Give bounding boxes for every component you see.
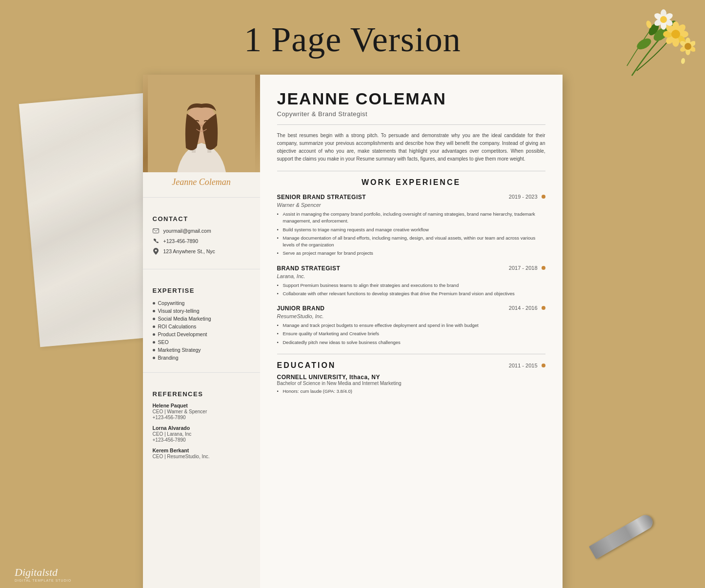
expertise-list: Copywriting Visual story-telling Social …	[153, 299, 250, 362]
job-bullets: Manage and track project budgets to ensu…	[277, 322, 545, 346]
bullet-icon	[153, 302, 155, 304]
date-dot-icon	[542, 266, 545, 270]
work-experience-heading: WORK EXPERIENCE	[277, 178, 545, 187]
date-dot-icon	[542, 195, 545, 199]
watermark-subtitle: DIGITAL TEMPLATE STUDIO	[15, 579, 71, 582]
ref-phone: +123-456-7890	[153, 437, 250, 443]
ref-role: CEO | Warner & Spencer	[153, 409, 250, 414]
education-dates: 2011 - 2015	[509, 363, 545, 368]
candidate-name: JEANNE COLEMAN	[277, 89, 545, 108]
education-degree: Bachelor of Science in New Media and Int…	[277, 381, 545, 386]
date-dot-icon	[542, 364, 545, 367]
reference-item: Lorna Alvarado CEO | Larana, Inc +123-45…	[153, 425, 250, 443]
divider-education	[277, 354, 545, 354]
address-value: 123 Anywhere St., Nyc	[163, 248, 215, 254]
ref-phone: +123-456-7890	[153, 415, 250, 420]
resume-right-panel: JEANNE COLEMAN Copywriter & Brand Strate…	[260, 75, 563, 588]
ref-name: Helene Paquet	[153, 403, 250, 408]
date-dot-icon	[542, 306, 545, 310]
floral-decoration	[593, 7, 695, 87]
bullet-icon	[153, 341, 155, 344]
ref-name: Kerem Berkant	[153, 447, 250, 453]
job-entry: JUNIOR BRAND 2014 - 2016 ResumeStudio, I…	[277, 305, 545, 346]
job-company: ResumeStudio, Inc.	[277, 313, 545, 319]
list-item: Social Media Marketing	[153, 315, 250, 323]
watermark-brand: Digitalstd	[15, 566, 71, 579]
education-header: EDUCATION 2011 - 2015	[277, 361, 545, 370]
bullet-icon	[153, 357, 155, 359]
svg-point-36	[155, 250, 157, 252]
svg-point-29	[681, 58, 685, 64]
bullet-icon	[153, 349, 155, 351]
job-dates: 2019 - 2023	[509, 194, 545, 200]
job-header: JUNIOR BRAND 2014 - 2016	[277, 305, 545, 312]
email-value: yourmail@gmail.com	[163, 228, 211, 234]
contact-title: CONTACT	[153, 215, 250, 223]
job-company: Larana, Inc.	[277, 273, 545, 279]
list-item: Support Premium business teams to align …	[277, 282, 545, 289]
pen-decoration	[589, 512, 655, 559]
job-bullets: Assist in managing the company brand por…	[277, 211, 545, 257]
candidate-job-title: Copywriter & Brand Strategist	[277, 110, 545, 118]
divider-summary	[277, 124, 545, 125]
list-item: SEO	[153, 338, 250, 346]
list-item: Marketing Strategy	[153, 346, 250, 354]
phone-value: +123-456-7890	[163, 238, 199, 244]
job-header: SENIOR BRAND STRATEGIST 2019 - 2023	[277, 194, 545, 201]
ref-role: CEO | Larana, Inc	[153, 431, 250, 437]
job-header: BRAND STRATEGIST 2017 - 2018	[277, 265, 545, 272]
list-item: Manage documentation of all brand effort…	[277, 235, 545, 249]
list-item: Visual story-telling	[153, 307, 250, 315]
phone-icon	[153, 238, 160, 244]
list-item: Dedicatedly pitch new ideas to solve bus…	[277, 339, 545, 346]
list-item: Manage and track project budgets to ensu…	[277, 322, 545, 329]
list-item: Honors: cum laude (GPA: 3.8/4.0)	[277, 388, 545, 395]
contact-phone: +123-456-7890	[153, 238, 250, 244]
bullet-icon	[153, 310, 155, 312]
references-title: REFERENCES	[153, 390, 250, 398]
job-title: JUNIOR BRAND	[277, 305, 325, 312]
divider-work	[277, 171, 545, 171]
svg-point-27	[685, 43, 691, 50]
list-item: Ensure quality of Marketing and Creative…	[277, 330, 545, 337]
job-entry: BRAND STRATEGIST 2017 - 2018 Larana, Inc…	[277, 265, 545, 298]
ref-role: CEO | ResumeStudio, Inc.	[153, 454, 250, 459]
resume-summary: The best resumes begin with a strong pit…	[277, 132, 545, 163]
reference-item: Helene Paquet CEO | Warner & Spencer +12…	[153, 403, 250, 420]
list-item: Serve as project manager for brand proje…	[277, 250, 545, 257]
bullet-icon	[153, 325, 155, 328]
ref-name: Lorna Alvarado	[153, 425, 250, 431]
job-dates: 2014 - 2016	[509, 305, 545, 311]
watermark: Digitalstd DIGITAL TEMPLATE STUDIO	[15, 566, 71, 582]
list-item: Build systems to triage naming requests …	[277, 226, 545, 233]
divider-contact	[143, 197, 260, 198]
contact-address: 123 Anywhere St., Nyc	[153, 248, 250, 255]
svg-point-20	[660, 16, 667, 23]
email-icon	[153, 227, 160, 234]
resume-left-panel: Jeanne Coleman CONTACT yourmail@gmail.co…	[143, 75, 260, 588]
list-item: Assist in managing the company brand por…	[277, 211, 545, 225]
job-bullets: Support Premium business teams to align …	[277, 282, 545, 298]
education-honors: Honors: cum laude (GPA: 3.8/4.0)	[277, 388, 545, 395]
candidate-signature: Jeanne Coleman	[143, 172, 260, 191]
svg-point-13	[671, 30, 680, 39]
contact-section: CONTACT yourmail@gmail.com +123-456-7890	[143, 203, 260, 263]
bullet-icon	[153, 333, 155, 336]
list-item: Branding	[153, 354, 250, 362]
divider-references	[143, 372, 260, 373]
bullet-icon	[153, 318, 155, 320]
list-item: ROI Calculations	[153, 323, 250, 330]
list-item: Collaborate with other relevant function…	[277, 290, 545, 297]
education-heading: EDUCATION	[277, 361, 336, 370]
expertise-section: EXPERTISE Copywriting Visual story-telli…	[143, 275, 260, 366]
job-entry: SENIOR BRAND STRATEGIST 2019 - 2023 Warn…	[277, 194, 545, 257]
list-item: Copywriting	[153, 299, 250, 307]
list-item: Product Development	[153, 330, 250, 338]
education-school: CORNELL UNIVERSITY, Ithaca, NY	[277, 374, 545, 381]
job-title: SENIOR BRAND STRATEGIST	[277, 194, 366, 201]
location-icon	[153, 248, 160, 255]
candidate-photo	[143, 75, 260, 172]
references-section: REFERENCES Helene Paquet CEO | Warner & …	[143, 379, 260, 469]
divider-expertise	[143, 269, 260, 269]
job-title: BRAND STRATEGIST	[277, 265, 341, 272]
